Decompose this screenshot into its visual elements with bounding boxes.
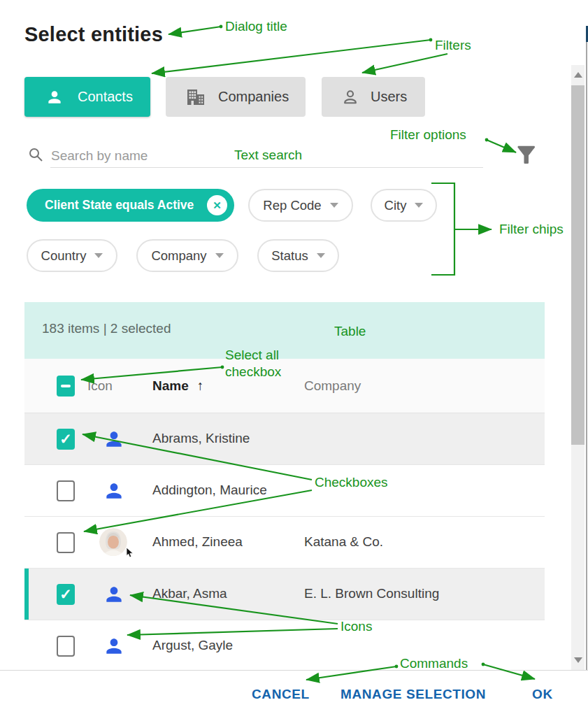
filter-chip-status[interactable]: Status xyxy=(257,239,339,272)
arrow-filters-users xyxy=(362,54,447,73)
annotation-dialog-title: Dialog title xyxy=(225,18,287,35)
annotation-checkboxes: Checkboxes xyxy=(315,474,388,491)
tab-companies[interactable]: Companies xyxy=(166,77,306,117)
row-name: Argust, Gayle xyxy=(152,638,233,653)
column-header-company: Company xyxy=(304,378,361,394)
filter-options-button[interactable] xyxy=(511,140,542,173)
selected-row-indicator xyxy=(24,569,29,620)
contact-person-icon xyxy=(103,583,125,606)
page-title: Select entities xyxy=(24,23,163,46)
row-name: Abrams, Kristine xyxy=(152,431,250,446)
scroll-up-icon xyxy=(574,72,582,78)
sort-ascending-icon: ↑ xyxy=(197,378,204,393)
tab-contacts[interactable]: Contacts xyxy=(24,77,150,117)
avatar xyxy=(99,528,127,556)
annotation-filter-options: Filter options xyxy=(390,127,466,143)
chevron-down-icon xyxy=(415,203,423,208)
contact-person-icon xyxy=(103,635,125,657)
person-outline-icon xyxy=(341,88,359,106)
chip-label: Country xyxy=(41,248,87,264)
table-row[interactable]: Abrams, Kristine xyxy=(24,413,545,465)
applied-filter-chip[interactable]: Client State equals Active xyxy=(27,189,234,222)
chip-label: City xyxy=(385,198,407,213)
row-checkbox[interactable] xyxy=(57,636,75,657)
manage-selection-button[interactable]: MANAGE SELECTION xyxy=(340,687,486,702)
annotation-select-all-checkbox: Select all checkbox xyxy=(225,347,298,380)
row-checkbox[interactable] xyxy=(57,429,75,450)
cancel-button[interactable]: CANCEL xyxy=(252,687,310,702)
row-checkbox[interactable] xyxy=(57,584,75,605)
table-row[interactable]: Akbar, Asma E. L. Brown Consulting xyxy=(24,569,545,620)
annotation-filter-chips: Filter chips xyxy=(499,221,564,238)
table-row[interactable]: Ahmed, Zineea Katana & Co. xyxy=(24,517,545,569)
chevron-down-icon xyxy=(215,253,224,258)
selection-summary: 183 items | 2 selected xyxy=(42,321,171,336)
scroll-up-button[interactable] xyxy=(571,65,585,85)
chip-label: Rep Code xyxy=(263,198,321,213)
row-name: Addington, Maurice xyxy=(152,483,267,498)
row-name: Ahmed, Zineea xyxy=(152,534,243,550)
filter-chip-rep-code[interactable]: Rep Code xyxy=(248,189,353,222)
column-header-icon: Icon xyxy=(87,378,113,394)
window-edge xyxy=(586,42,587,670)
chevron-down-icon xyxy=(94,253,103,258)
filter-chip-city[interactable]: City xyxy=(371,189,437,222)
contact-person-icon xyxy=(103,480,125,502)
search-icon xyxy=(28,147,44,163)
scroll-down-icon xyxy=(574,657,582,663)
chip-label: Status xyxy=(271,248,308,264)
row-company: Katana & Co. xyxy=(304,534,383,550)
search-input[interactable] xyxy=(50,145,234,167)
tab-label: Contacts xyxy=(78,89,133,105)
row-company: E. L. Brown Consulting xyxy=(304,586,439,601)
row-name: Akbar, Asma xyxy=(152,586,227,601)
building-icon xyxy=(187,89,206,106)
mouse-cursor xyxy=(126,548,134,558)
annotation-text-search: Text search xyxy=(234,147,302,164)
filter-chip-company[interactable]: Company xyxy=(136,239,238,272)
person-filled-icon xyxy=(45,88,64,106)
tab-label: Users xyxy=(371,89,407,105)
scroll-down-button[interactable] xyxy=(571,650,585,670)
chevron-down-icon xyxy=(330,203,338,208)
ok-button[interactable]: OK xyxy=(532,687,553,702)
chip-label: Company xyxy=(151,248,206,264)
contact-person-icon xyxy=(103,428,125,450)
table-row[interactable]: Addington, Maurice xyxy=(24,465,545,517)
row-checkbox[interactable] xyxy=(57,532,75,553)
tab-label: Companies xyxy=(218,89,289,105)
scrollbar-thumb[interactable] xyxy=(571,85,585,445)
select-all-checkbox[interactable] xyxy=(57,376,75,397)
arrow-filters-contacts xyxy=(152,40,431,73)
annotation-table: Table xyxy=(334,323,366,340)
filter-chip-country[interactable]: Country xyxy=(27,239,117,272)
tab-users[interactable]: Users xyxy=(322,77,425,117)
remove-filter-button[interactable] xyxy=(207,195,227,215)
annotation-commands: Commands xyxy=(400,655,468,672)
chevron-down-icon xyxy=(317,253,325,258)
row-checkbox[interactable] xyxy=(57,480,75,501)
funnel-icon xyxy=(515,143,538,169)
applied-filter-label: Client State equals Active xyxy=(45,198,194,213)
annotation-filters: Filters xyxy=(435,37,471,54)
search-underline xyxy=(50,167,483,168)
arrow-dialog-title xyxy=(168,27,221,34)
select-entities-dialog: Select entities Contacts Companies xyxy=(0,0,588,721)
annotation-icons: Icons xyxy=(340,618,372,635)
column-header-name[interactable]: Name↑ xyxy=(152,378,203,394)
footer-divider xyxy=(0,670,588,671)
